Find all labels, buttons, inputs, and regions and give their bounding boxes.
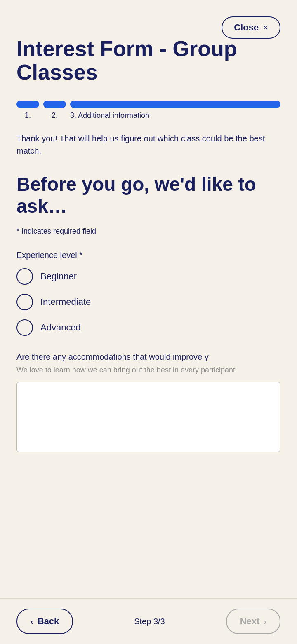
accommodations-textarea[interactable] xyxy=(16,382,280,452)
step-indicator: Step 3/3 xyxy=(134,617,165,626)
bottom-nav: ‹ Back Step 3/3 Next › xyxy=(0,598,297,644)
close-button[interactable]: Close × xyxy=(222,16,280,39)
page-title: Interest Form - Group Classes xyxy=(16,37,280,84)
step3-label: 3. Additional information xyxy=(70,111,280,120)
close-icon: × xyxy=(263,22,268,33)
step2-label: 2. xyxy=(43,111,66,120)
experience-level-radio-group: Beginner Intermediate Advanced xyxy=(16,268,280,336)
next-button[interactable]: Next › xyxy=(226,609,280,634)
radio-label-beginner: Beginner xyxy=(40,271,77,282)
next-label: Next xyxy=(240,616,260,627)
required-note: * Indicates required field xyxy=(16,227,280,236)
progress-bar-step2 xyxy=(43,101,66,108)
radio-label-intermediate: Intermediate xyxy=(40,297,91,307)
step1-label: 1. xyxy=(16,111,39,120)
radio-option-beginner[interactable]: Beginner xyxy=(16,268,280,285)
back-button[interactable]: ‹ Back xyxy=(16,609,73,634)
radio-circle-advanced xyxy=(16,319,33,336)
accommodations-question: Are there any accommodations that would … xyxy=(16,352,280,362)
close-label: Close xyxy=(234,22,259,33)
back-chevron-icon: ‹ xyxy=(31,617,33,626)
experience-level-section: Experience level * Beginner Intermediate… xyxy=(16,251,280,336)
radio-option-intermediate[interactable]: Intermediate xyxy=(16,294,280,310)
thank-you-text: Thank you! That will help us figure out … xyxy=(16,132,280,157)
back-label: Back xyxy=(38,616,59,627)
experience-level-label: Experience level * xyxy=(16,251,280,260)
progress-bars xyxy=(16,101,280,108)
radio-label-advanced: Advanced xyxy=(40,322,81,333)
radio-circle-intermediate xyxy=(16,294,33,310)
progress-section: 1. 2. 3. Additional information xyxy=(16,101,280,120)
page-container: Close × Interest Form - Group Classes 1.… xyxy=(0,0,297,644)
accommodations-section: Are there any accommodations that would … xyxy=(16,352,280,454)
progress-bar-step3 xyxy=(70,101,280,108)
progress-bar-step1 xyxy=(16,101,39,108)
progress-labels: 1. 2. 3. Additional information xyxy=(16,111,280,120)
next-chevron-icon: › xyxy=(264,617,266,626)
accommodations-hint: We love to learn how we can bring out th… xyxy=(16,365,280,375)
section-heading: Before you go, we'd like to ask… xyxy=(16,173,280,217)
radio-circle-beginner xyxy=(16,268,33,285)
radio-option-advanced[interactable]: Advanced xyxy=(16,319,280,336)
